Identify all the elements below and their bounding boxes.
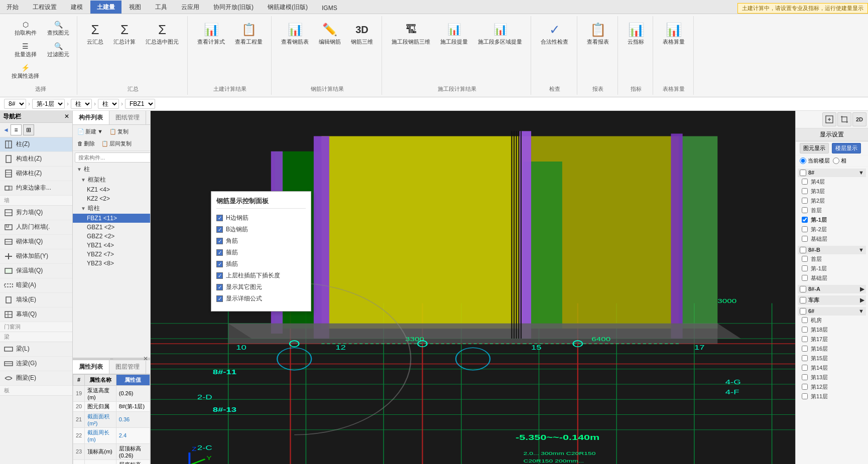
element-display-btn[interactable]: 图元显示: [800, 143, 829, 153]
batch-select-button[interactable]: ☰ 批量选择: [8, 40, 43, 60]
tree-item-hidden-column[interactable]: ▼ 暗柱: [73, 203, 150, 214]
type-select[interactable]: 柱: [71, 99, 92, 109]
floor-group-garage-checkbox[interactable]: [800, 297, 806, 303]
floor-ground-checkbox[interactable]: [802, 207, 808, 213]
tree-item-gbz2[interactable]: GBZ2 <2>: [73, 232, 150, 241]
2d-icon-btn[interactable]: 2D: [852, 112, 866, 126]
view-report-button[interactable]: 📋 查看报表: [582, 18, 613, 49]
select-summary-button[interactable]: Σ 汇总选中图元: [141, 18, 183, 49]
floor-6-machine-checkbox[interactable]: [802, 317, 808, 323]
sidebar-item-insulation-wall[interactable]: 保温墙(Q): [0, 264, 72, 278]
floor-display-btn[interactable]: 楼层显示: [832, 143, 861, 153]
steel-panel-item[interactable]: ✓插筋: [216, 260, 306, 268]
shigong-qty-button[interactable]: 📊 施工段提量: [436, 18, 472, 49]
floor-6-18-checkbox[interactable]: [802, 327, 808, 333]
steel-checkbox[interactable]: ✓: [216, 295, 223, 302]
sidebar-item-masonry-column[interactable]: 砌体柱(Z): [0, 167, 72, 181]
subtype-select[interactable]: 柱: [98, 99, 119, 109]
floor-minus2-checkbox[interactable]: [802, 226, 808, 232]
floor-8b-ground-checkbox[interactable]: [802, 256, 808, 262]
tree-item-ybz1[interactable]: YBZ1 <4>: [73, 241, 150, 250]
steel-checkbox[interactable]: ✓: [216, 249, 223, 256]
tree-item-ybz2[interactable]: YBZ2 <7>: [73, 250, 150, 259]
grid-view-icon[interactable]: ⊞: [23, 124, 34, 135]
floor-6-15-checkbox[interactable]: [802, 355, 808, 361]
tab-modeling[interactable]: 建模: [64, 1, 89, 14]
calc-summary-button[interactable]: Σ 汇总计算: [109, 18, 140, 49]
floor-6-11-checkbox[interactable]: [802, 393, 808, 399]
sidebar-close-icon[interactable]: ✕: [64, 113, 69, 120]
tab-tujian[interactable]: 土建量: [90, 1, 121, 14]
tab-engineering-settings[interactable]: 工程设置: [26, 1, 63, 14]
tree-item-frame-column[interactable]: ▼ 框架柱: [73, 175, 150, 185]
steel-checkbox[interactable]: ✓: [216, 226, 223, 233]
rebar-3d-button[interactable]: 3D 钢筋三维: [346, 18, 378, 49]
floor-3-checkbox[interactable]: [802, 188, 808, 194]
tab-layer-management[interactable]: 图层管理: [109, 360, 146, 374]
floor-6-16-checkbox[interactable]: [802, 346, 808, 352]
view-quantity-button[interactable]: 📋 查看工程量: [230, 18, 267, 49]
sidebar-item-constr-column[interactable]: 构造柱(Z): [0, 152, 72, 167]
expand-icon-btn[interactable]: [822, 112, 836, 126]
filter-element-button[interactable]: 🔍 过滤图元: [44, 40, 73, 60]
floor-copy-button[interactable]: 📋 层间复制: [99, 138, 134, 149]
sidebar-item-coupling-beam[interactable]: 连梁(G): [0, 357, 72, 371]
tab-drawing-management[interactable]: 图纸管理: [109, 111, 146, 124]
sidebar-item-column[interactable]: 柱(Z): [0, 137, 72, 152]
floor-group-8-checkbox[interactable]: [800, 170, 806, 176]
sidebar-item-masonry-wall[interactable]: 砌体墙(Q): [0, 235, 72, 249]
steel-panel-item[interactable]: ✓B边钢筋: [216, 225, 306, 234]
tree-item-ybz3[interactable]: YBZ3 <8>: [73, 259, 150, 268]
current-floor-radio-input[interactable]: [800, 158, 806, 164]
steel-checkbox[interactable]: ✓: [216, 238, 223, 244]
copy-component-button[interactable]: 📋 复制: [107, 126, 131, 137]
sidebar-item-constraint-edge[interactable]: 约束边缘非...: [0, 181, 72, 196]
floor-6-17-checkbox[interactable]: [802, 336, 808, 342]
steel-panel-item[interactable]: ✓显示其它图元: [216, 283, 306, 291]
prop-row-value[interactable]: 0.36: [116, 411, 150, 427]
sidebar-item-civil-wall[interactable]: 人防门框墙(.: [0, 220, 72, 235]
cloud-summary-button[interactable]: Σ 云汇总: [82, 18, 108, 49]
other-floor-radio-input[interactable]: [833, 158, 839, 164]
delete-component-button[interactable]: 🗑 删除: [75, 138, 97, 149]
table-calc-button[interactable]: 📊 表格算量: [658, 18, 689, 49]
tab-start[interactable]: 开始: [0, 1, 25, 14]
steel-panel-item[interactable]: ✓显示详细公式: [216, 294, 306, 303]
sidebar-item-ring-beam[interactable]: 圈梁(E): [0, 371, 72, 386]
floor-group-garage-label[interactable]: 车库 ▶: [798, 295, 866, 305]
find-element-button[interactable]: 🔍 查找图元: [44, 18, 73, 39]
component-select[interactable]: FBZ1: [125, 99, 155, 109]
crop-icon-btn[interactable]: [837, 112, 851, 126]
floor-6-13-checkbox[interactable]: [802, 374, 808, 380]
shigong-zone-button[interactable]: 📊 施工段多区域提量: [473, 18, 527, 49]
shigong-3d-button[interactable]: 🏗 施工段钢筋三维: [387, 18, 435, 49]
view-rebar-button[interactable]: 📊 查看钢筋表: [277, 18, 313, 49]
pick-element-button[interactable]: ⬡ 抬取构件: [8, 18, 43, 39]
tree-item-kz1[interactable]: KZ1 <4>: [73, 185, 150, 194]
floor-group-8-label[interactable]: 8# ▼: [798, 169, 866, 177]
steel-checkbox[interactable]: ✓: [216, 272, 223, 279]
list-view-icon[interactable]: ≡: [11, 124, 22, 135]
building-select[interactable]: 8#: [4, 99, 26, 109]
steel-panel-item[interactable]: ✓上层柱插筋下插长度: [216, 271, 306, 280]
floor-6-14-checkbox[interactable]: [802, 365, 808, 371]
floor-select[interactable]: 第-1层: [32, 99, 65, 109]
tab-cloud[interactable]: 云应用: [175, 1, 206, 14]
floor-4-checkbox[interactable]: [802, 179, 808, 185]
tree-item-gbz1[interactable]: GBZ1 <2>: [73, 223, 150, 232]
new-component-button[interactable]: 📄 新建 ▼: [75, 126, 105, 137]
attr-select-button[interactable]: ⚡ 按属性选择: [8, 61, 43, 82]
nav-back-icon[interactable]: ◄: [3, 126, 9, 133]
other-floor-radio[interactable]: 相: [833, 157, 846, 165]
floor-8b-foundation-checkbox[interactable]: [802, 275, 808, 281]
cloud-index-button[interactable]: 📊 云指标: [623, 18, 649, 49]
floor-group-6-label[interactable]: 6# ▼: [798, 307, 866, 316]
current-floor-radio[interactable]: 当前楼层: [800, 157, 830, 165]
tab-properties-list[interactable]: 属性列表: [73, 360, 109, 374]
floor-minus1-checkbox[interactable]: [802, 217, 808, 223]
sidebar-item-wall-pier[interactable]: 墙垛(E): [0, 293, 72, 307]
steel-checkbox[interactable]: ✓: [216, 284, 223, 290]
sidebar-item-beam[interactable]: 梁(L): [0, 342, 72, 357]
component-search-input[interactable]: [75, 152, 150, 163]
edit-rebar-button[interactable]: ✏️ 编辑钢筋: [314, 18, 345, 49]
